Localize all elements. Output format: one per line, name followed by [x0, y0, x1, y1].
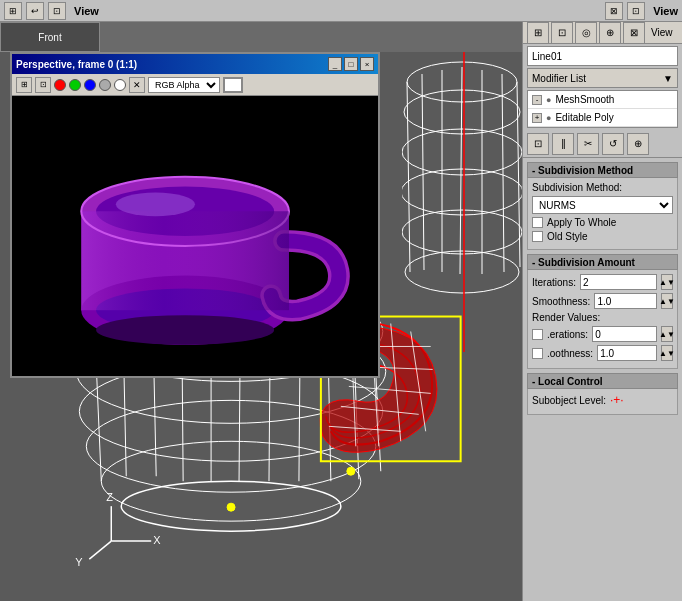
render-iter-input[interactable]	[592, 326, 657, 342]
right-panel-scroll[interactable]: - Subdivision Method Subdivision Method:…	[523, 158, 682, 601]
modifier-list-label: Modifier List	[532, 73, 586, 84]
apply-to-whole-checkbox[interactable]	[532, 217, 543, 228]
modifier-stack: - ● MeshSmooth + ● Editable Poly	[527, 90, 678, 128]
local-control-section: - Local Control Subobject Level: ·+·	[527, 373, 678, 415]
smoothness-input[interactable]	[594, 293, 657, 309]
viewport-front: Front	[0, 22, 100, 52]
svg-point-42	[402, 169, 522, 215]
panel-icon-2[interactable]: ⊡	[551, 22, 573, 44]
render-smooth-input[interactable]	[597, 345, 657, 361]
perspective-canvas	[12, 96, 378, 376]
green-channel-dot[interactable]	[69, 79, 81, 91]
subdivision-amount-header[interactable]: - Subdivision Amount	[527, 254, 678, 270]
render-smooth-spinner[interactable]: ▲▼	[661, 345, 673, 361]
iterations-label: Iterations:	[532, 277, 576, 288]
mod-icon-btn-5[interactable]: ⊕	[627, 133, 649, 155]
modifier-item-editable-poly[interactable]: + ● Editable Poly	[528, 109, 677, 127]
mod-icon-btn-2[interactable]: ‖	[552, 133, 574, 155]
panel-icon-4[interactable]: ⊕	[599, 22, 621, 44]
old-style-checkbox[interactable]	[532, 231, 543, 242]
render-iterations-row: .erations: ▲▼	[532, 326, 673, 342]
tb-close-icon[interactable]: ✕	[129, 77, 145, 93]
right-view-label: View	[653, 5, 678, 17]
subdivision-method-header[interactable]: - Subdivision Method	[527, 162, 678, 178]
red-channel-dot[interactable]	[54, 79, 66, 91]
render-iter-spinner[interactable]: ▲▼	[661, 326, 673, 342]
svg-point-29	[347, 467, 355, 475]
alpha-channel-dot[interactable]	[99, 79, 111, 91]
perspective-titlebar: Perspective, frame 0 (1:1) _ □ ×	[12, 54, 378, 74]
toolbar-icon-3[interactable]: ⊡	[48, 2, 66, 20]
subdivision-amount-content: Iterations: ▲▼ Smoothness: ▲▼ Render Val…	[527, 270, 678, 369]
mod-name-1: MeshSmooth	[555, 94, 614, 105]
svg-line-45	[407, 82, 410, 272]
subdivision-method-content: Subdivision Method: NURMS Classic Quads …	[527, 178, 678, 250]
svg-line-50	[502, 74, 504, 272]
svg-point-62	[96, 315, 274, 345]
render-iter-label: .erations:	[547, 329, 588, 340]
view-label: View	[74, 5, 99, 17]
apply-to-whole-label: Apply To Whole	[547, 217, 616, 228]
svg-rect-61	[81, 211, 289, 310]
subobject-row: Subobject Level: ·+·	[532, 393, 673, 407]
subdivision-amount-title: - Subdivision Amount	[532, 257, 635, 268]
nurms-dropdown[interactable]: NURMS Classic Quads	[532, 196, 673, 214]
toolbar-icon-2[interactable]: ↩	[26, 2, 44, 20]
toolbar-icon-1[interactable]: ⊞	[4, 2, 22, 20]
smoothness-spinner[interactable]: ▲▼	[661, 293, 673, 309]
minimize-btn[interactable]: _	[328, 57, 342, 71]
render-iter-checkbox[interactable]	[532, 329, 543, 340]
mod-icon-btn-4[interactable]: ↺	[602, 133, 624, 155]
object-name-input[interactable]	[527, 46, 678, 66]
tb-icon-1[interactable]: ⊞	[16, 77, 32, 93]
maximize-btn[interactable]: □	[344, 57, 358, 71]
old-style-label: Old Style	[547, 231, 588, 242]
perspective-toolbar: ⊞ ⊡ ✕ RGB Alpha RGB Alpha	[12, 74, 378, 96]
right-toolbar-2[interactable]: ⊡	[627, 2, 645, 20]
svg-point-41	[402, 129, 522, 175]
tb-icon-3[interactable]	[223, 77, 243, 93]
mod-icon-btn-3[interactable]: ✂	[577, 133, 599, 155]
old-style-row: Old Style	[532, 231, 673, 242]
white-channel-dot[interactable]	[114, 79, 126, 91]
right-toolbar-1[interactable]: ⊠	[605, 2, 623, 20]
tb-icon-2[interactable]: ⊡	[35, 77, 51, 93]
modifier-item-meshsmooth[interactable]: - ● MeshSmooth	[528, 91, 677, 109]
collapse-icon-2[interactable]: +	[532, 113, 542, 123]
svg-text:Y: Y	[75, 556, 83, 568]
right-top-toolbar: ⊞ ⊡ ◎ ⊕ ⊠ View	[523, 22, 682, 44]
smoothness-row: Smoothness: ▲▼	[532, 293, 673, 309]
subdivision-amount-section: - Subdivision Amount Iterations: ▲▼ Smoo…	[527, 254, 678, 369]
panel-icon-1[interactable]: ⊞	[527, 22, 549, 44]
blue-channel-dot[interactable]	[84, 79, 96, 91]
render-smooth-checkbox[interactable]	[532, 348, 543, 359]
top-toolbar: ⊞ ↩ ⊡ View ⊠ ⊡ View	[0, 0, 682, 22]
iterations-input[interactable]	[580, 274, 657, 290]
modifier-list-arrow: ▼	[663, 73, 673, 84]
panel-icon-3[interactable]: ◎	[575, 22, 597, 44]
svg-text:Z: Z	[106, 491, 113, 503]
subobject-label: Subobject Level:	[532, 395, 606, 406]
method-label: Subdivision Method:	[532, 182, 673, 193]
method-dropdown-row: NURMS Classic Quads	[532, 196, 673, 214]
collapse-icon-1[interactable]: -	[532, 95, 542, 105]
smoothness-label: Smoothness:	[532, 296, 590, 307]
subdivision-method-section: - Subdivision Method Subdivision Method:…	[527, 162, 678, 250]
subobject-icon: ·+·	[610, 393, 624, 407]
panel-icon-5[interactable]: ⊠	[623, 22, 645, 44]
render-smooth-label: .oothness:	[547, 348, 593, 359]
mod-icon-btn-1[interactable]: ⊡	[527, 133, 549, 155]
svg-point-30	[227, 503, 235, 511]
perspective-title: Perspective, frame 0 (1:1)	[16, 59, 137, 70]
render-smoothness-row: .oothness: ▲▼	[532, 345, 673, 361]
channel-select[interactable]: RGB Alpha RGB Alpha	[148, 77, 220, 93]
svg-point-44	[405, 251, 519, 293]
local-control-header[interactable]: - Local Control	[527, 373, 678, 389]
iterations-spinner[interactable]: ▲▼	[661, 274, 673, 290]
local-control-title: - Local Control	[532, 376, 603, 387]
iterations-row: Iterations: ▲▼	[532, 274, 673, 290]
close-btn[interactable]: ×	[360, 57, 374, 71]
modifier-list-header[interactable]: Modifier List ▼	[527, 68, 678, 88]
window-controls: _ □ ×	[328, 57, 374, 71]
right-view-label-2: View	[651, 27, 673, 38]
